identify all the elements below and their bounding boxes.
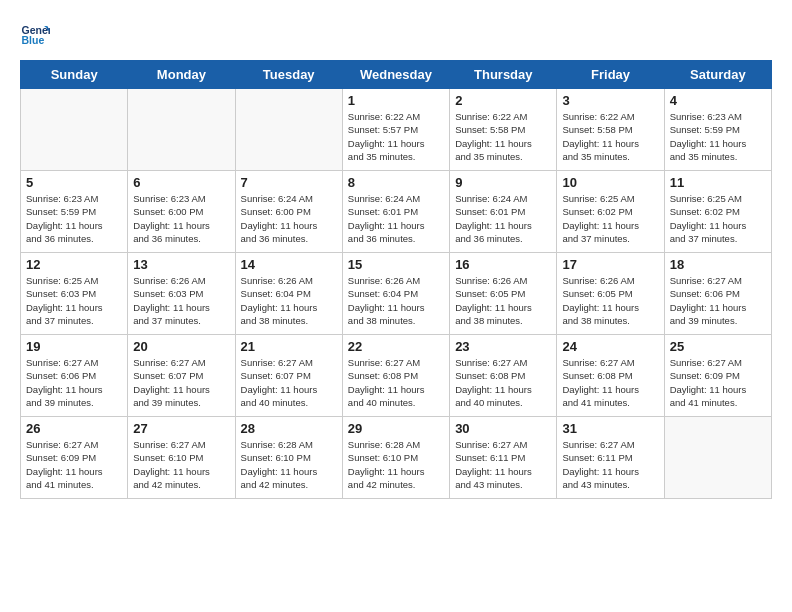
- day-cell-21: 21Sunrise: 6:27 AM Sunset: 6:07 PM Dayli…: [235, 335, 342, 417]
- day-number: 14: [241, 257, 337, 272]
- day-info: Sunrise: 6:26 AM Sunset: 6:04 PM Dayligh…: [241, 274, 337, 327]
- day-cell-10: 10Sunrise: 6:25 AM Sunset: 6:02 PM Dayli…: [557, 171, 664, 253]
- day-number: 20: [133, 339, 229, 354]
- day-number: 29: [348, 421, 444, 436]
- empty-cell: [235, 89, 342, 171]
- day-number: 1: [348, 93, 444, 108]
- day-number: 25: [670, 339, 766, 354]
- day-info: Sunrise: 6:27 AM Sunset: 6:06 PM Dayligh…: [26, 356, 122, 409]
- day-cell-17: 17Sunrise: 6:26 AM Sunset: 6:05 PM Dayli…: [557, 253, 664, 335]
- day-header-tuesday: Tuesday: [235, 61, 342, 89]
- day-info: Sunrise: 6:27 AM Sunset: 6:09 PM Dayligh…: [670, 356, 766, 409]
- day-info: Sunrise: 6:27 AM Sunset: 6:07 PM Dayligh…: [133, 356, 229, 409]
- day-cell-5: 5Sunrise: 6:23 AM Sunset: 5:59 PM Daylig…: [21, 171, 128, 253]
- day-number: 6: [133, 175, 229, 190]
- day-number: 27: [133, 421, 229, 436]
- day-info: Sunrise: 6:25 AM Sunset: 6:02 PM Dayligh…: [562, 192, 658, 245]
- logo: General Blue: [20, 20, 54, 50]
- day-info: Sunrise: 6:27 AM Sunset: 6:09 PM Dayligh…: [26, 438, 122, 491]
- day-info: Sunrise: 6:24 AM Sunset: 6:01 PM Dayligh…: [455, 192, 551, 245]
- day-info: Sunrise: 6:24 AM Sunset: 6:00 PM Dayligh…: [241, 192, 337, 245]
- day-info: Sunrise: 6:28 AM Sunset: 6:10 PM Dayligh…: [348, 438, 444, 491]
- day-number: 5: [26, 175, 122, 190]
- day-number: 2: [455, 93, 551, 108]
- day-info: Sunrise: 6:22 AM Sunset: 5:57 PM Dayligh…: [348, 110, 444, 163]
- day-cell-2: 2Sunrise: 6:22 AM Sunset: 5:58 PM Daylig…: [450, 89, 557, 171]
- day-header-thursday: Thursday: [450, 61, 557, 89]
- day-cell-8: 8Sunrise: 6:24 AM Sunset: 6:01 PM Daylig…: [342, 171, 449, 253]
- day-cell-25: 25Sunrise: 6:27 AM Sunset: 6:09 PM Dayli…: [664, 335, 771, 417]
- day-number: 13: [133, 257, 229, 272]
- day-cell-27: 27Sunrise: 6:27 AM Sunset: 6:10 PM Dayli…: [128, 417, 235, 499]
- day-number: 8: [348, 175, 444, 190]
- day-info: Sunrise: 6:26 AM Sunset: 6:05 PM Dayligh…: [562, 274, 658, 327]
- day-header-saturday: Saturday: [664, 61, 771, 89]
- day-number: 30: [455, 421, 551, 436]
- day-info: Sunrise: 6:25 AM Sunset: 6:03 PM Dayligh…: [26, 274, 122, 327]
- day-number: 19: [26, 339, 122, 354]
- day-cell-15: 15Sunrise: 6:26 AM Sunset: 6:04 PM Dayli…: [342, 253, 449, 335]
- svg-text:Blue: Blue: [22, 34, 45, 46]
- day-number: 24: [562, 339, 658, 354]
- day-info: Sunrise: 6:27 AM Sunset: 6:07 PM Dayligh…: [241, 356, 337, 409]
- day-number: 10: [562, 175, 658, 190]
- day-cell-3: 3Sunrise: 6:22 AM Sunset: 5:58 PM Daylig…: [557, 89, 664, 171]
- day-cell-24: 24Sunrise: 6:27 AM Sunset: 6:08 PM Dayli…: [557, 335, 664, 417]
- empty-cell: [21, 89, 128, 171]
- week-row-2: 5Sunrise: 6:23 AM Sunset: 5:59 PM Daylig…: [21, 171, 772, 253]
- day-header-monday: Monday: [128, 61, 235, 89]
- day-info: Sunrise: 6:26 AM Sunset: 6:03 PM Dayligh…: [133, 274, 229, 327]
- day-cell-6: 6Sunrise: 6:23 AM Sunset: 6:00 PM Daylig…: [128, 171, 235, 253]
- day-info: Sunrise: 6:26 AM Sunset: 6:04 PM Dayligh…: [348, 274, 444, 327]
- day-cell-14: 14Sunrise: 6:26 AM Sunset: 6:04 PM Dayli…: [235, 253, 342, 335]
- week-row-1: 1Sunrise: 6:22 AM Sunset: 5:57 PM Daylig…: [21, 89, 772, 171]
- day-cell-11: 11Sunrise: 6:25 AM Sunset: 6:02 PM Dayli…: [664, 171, 771, 253]
- day-cell-16: 16Sunrise: 6:26 AM Sunset: 6:05 PM Dayli…: [450, 253, 557, 335]
- day-number: 15: [348, 257, 444, 272]
- day-cell-12: 12Sunrise: 6:25 AM Sunset: 6:03 PM Dayli…: [21, 253, 128, 335]
- day-cell-26: 26Sunrise: 6:27 AM Sunset: 6:09 PM Dayli…: [21, 417, 128, 499]
- day-cell-18: 18Sunrise: 6:27 AM Sunset: 6:06 PM Dayli…: [664, 253, 771, 335]
- day-number: 26: [26, 421, 122, 436]
- day-cell-22: 22Sunrise: 6:27 AM Sunset: 6:08 PM Dayli…: [342, 335, 449, 417]
- day-header-friday: Friday: [557, 61, 664, 89]
- day-cell-7: 7Sunrise: 6:24 AM Sunset: 6:00 PM Daylig…: [235, 171, 342, 253]
- day-cell-23: 23Sunrise: 6:27 AM Sunset: 6:08 PM Dayli…: [450, 335, 557, 417]
- day-cell-19: 19Sunrise: 6:27 AM Sunset: 6:06 PM Dayli…: [21, 335, 128, 417]
- page-header: General Blue: [20, 20, 772, 50]
- day-header-row: SundayMondayTuesdayWednesdayThursdayFrid…: [21, 61, 772, 89]
- day-info: Sunrise: 6:27 AM Sunset: 6:08 PM Dayligh…: [348, 356, 444, 409]
- day-cell-29: 29Sunrise: 6:28 AM Sunset: 6:10 PM Dayli…: [342, 417, 449, 499]
- day-number: 18: [670, 257, 766, 272]
- day-info: Sunrise: 6:23 AM Sunset: 6:00 PM Dayligh…: [133, 192, 229, 245]
- day-info: Sunrise: 6:23 AM Sunset: 5:59 PM Dayligh…: [26, 192, 122, 245]
- day-number: 21: [241, 339, 337, 354]
- day-number: 17: [562, 257, 658, 272]
- day-number: 31: [562, 421, 658, 436]
- day-info: Sunrise: 6:24 AM Sunset: 6:01 PM Dayligh…: [348, 192, 444, 245]
- day-info: Sunrise: 6:26 AM Sunset: 6:05 PM Dayligh…: [455, 274, 551, 327]
- day-cell-9: 9Sunrise: 6:24 AM Sunset: 6:01 PM Daylig…: [450, 171, 557, 253]
- day-number: 22: [348, 339, 444, 354]
- day-number: 12: [26, 257, 122, 272]
- day-info: Sunrise: 6:22 AM Sunset: 5:58 PM Dayligh…: [562, 110, 658, 163]
- day-cell-1: 1Sunrise: 6:22 AM Sunset: 5:57 PM Daylig…: [342, 89, 449, 171]
- calendar-table: SundayMondayTuesdayWednesdayThursdayFrid…: [20, 60, 772, 499]
- day-number: 11: [670, 175, 766, 190]
- day-info: Sunrise: 6:27 AM Sunset: 6:08 PM Dayligh…: [455, 356, 551, 409]
- empty-cell: [664, 417, 771, 499]
- week-row-4: 19Sunrise: 6:27 AM Sunset: 6:06 PM Dayli…: [21, 335, 772, 417]
- week-row-3: 12Sunrise: 6:25 AM Sunset: 6:03 PM Dayli…: [21, 253, 772, 335]
- day-cell-20: 20Sunrise: 6:27 AM Sunset: 6:07 PM Dayli…: [128, 335, 235, 417]
- day-number: 23: [455, 339, 551, 354]
- week-row-5: 26Sunrise: 6:27 AM Sunset: 6:09 PM Dayli…: [21, 417, 772, 499]
- day-number: 28: [241, 421, 337, 436]
- day-cell-28: 28Sunrise: 6:28 AM Sunset: 6:10 PM Dayli…: [235, 417, 342, 499]
- day-header-sunday: Sunday: [21, 61, 128, 89]
- day-info: Sunrise: 6:25 AM Sunset: 6:02 PM Dayligh…: [670, 192, 766, 245]
- day-number: 3: [562, 93, 658, 108]
- day-info: Sunrise: 6:27 AM Sunset: 6:11 PM Dayligh…: [455, 438, 551, 491]
- day-cell-31: 31Sunrise: 6:27 AM Sunset: 6:11 PM Dayli…: [557, 417, 664, 499]
- day-number: 9: [455, 175, 551, 190]
- day-info: Sunrise: 6:23 AM Sunset: 5:59 PM Dayligh…: [670, 110, 766, 163]
